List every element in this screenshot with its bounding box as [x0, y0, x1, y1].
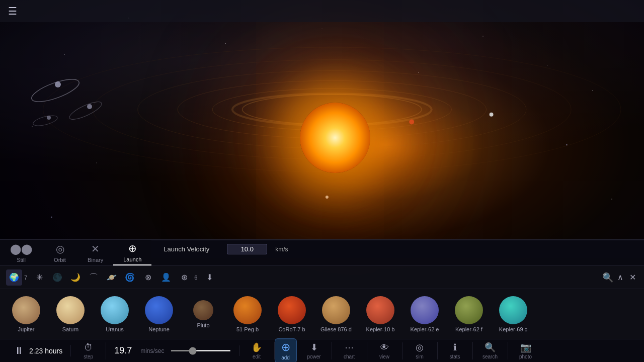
- filter-collapse-icon[interactable]: ∧: [615, 270, 625, 284]
- mode-tab-orbit[interactable]: ◎ Orbit: [42, 240, 77, 265]
- add-icon: ⊕: [281, 341, 290, 354]
- top-bar: ☰: [0, 0, 644, 22]
- filter-moon-icon[interactable]: 🌙: [67, 269, 84, 286]
- sim-section[interactable]: ◎ sim: [403, 342, 438, 359]
- velocity-input[interactable]: [227, 244, 267, 254]
- stats-section[interactable]: ℹ stats: [438, 342, 473, 359]
- binary-label: Binary: [88, 257, 103, 263]
- bottom-area: ⬤⬤ Still ◎ Orbit ✕ Binary ⊕ Launch Launc…: [0, 239, 644, 362]
- mode-tab-launch[interactable]: ⊕ Launch: [113, 240, 151, 265]
- planet-item-jupiter[interactable]: Jupiter: [6, 294, 46, 334]
- add-section[interactable]: ⊕ add: [275, 338, 297, 362]
- power-icon: ⬇: [310, 342, 318, 353]
- planet-bubble-kepler69c: [499, 296, 527, 324]
- launch-velocity-bar: Launch Velocity km/s: [151, 240, 644, 258]
- planet-item-saturn[interactable]: Saturn: [50, 294, 91, 334]
- filter-count-6: 6: [194, 275, 197, 281]
- planet-name-kepler62f: Kepler-62 f: [455, 326, 482, 332]
- planet-item-kepler62f[interactable]: Kepler-62 f: [449, 294, 489, 334]
- planet-item-corot7b[interactable]: CoRoT-7 b: [272, 294, 312, 334]
- velocity-unit-label: km/s: [275, 246, 288, 253]
- planet-name-jupiter: Jupiter: [18, 326, 34, 332]
- filter-comet-icon[interactable]: ⌒: [86, 269, 102, 286]
- chart-icon: ⋯: [345, 342, 354, 353]
- still-icon: ⬤⬤: [10, 243, 32, 255]
- stats-label: stats: [449, 354, 460, 359]
- edit-section[interactable]: ✋ edit: [239, 342, 275, 359]
- filter-spiral-icon[interactable]: 🌀: [122, 269, 138, 286]
- planet-name-kepler62e: Kepler-62 e: [411, 326, 439, 332]
- filter-atom-icon[interactable]: ⊛: [176, 269, 192, 286]
- planet-bubble-kepler62f: [455, 296, 483, 324]
- filter-close-icon[interactable]: ✕: [627, 270, 638, 284]
- edit-icon: ✋: [251, 342, 262, 353]
- planet-name-neptune: Neptune: [148, 326, 170, 332]
- mode-tabs: ⬤⬤ Still ◎ Orbit ✕ Binary ⊕ Launch Launc…: [0, 239, 644, 265]
- orbit-label: Orbit: [54, 257, 66, 263]
- edit-label: edit: [253, 354, 261, 359]
- mode-tab-binary[interactable]: ✕ Binary: [77, 240, 113, 265]
- sim-label: sim: [416, 354, 424, 359]
- planet-item-kepler62e[interactable]: Kepler-62 e: [405, 294, 445, 334]
- power-section[interactable]: ⬇ power: [297, 342, 332, 359]
- view-section[interactable]: 👁 view: [367, 342, 403, 359]
- step-label: step: [84, 354, 93, 359]
- planet-name-uranus: Uranus: [106, 326, 123, 332]
- planet-bubble-uranus: [101, 296, 129, 324]
- planet-name-gliese876d: Gliese 876 d: [320, 326, 352, 332]
- search-label: search: [482, 354, 498, 359]
- step-section[interactable]: ⏱ step: [71, 342, 106, 359]
- speed-value: 19.7: [114, 345, 134, 356]
- search-section[interactable]: 🔍 search: [473, 342, 508, 359]
- still-label: Still: [17, 257, 26, 263]
- planet-item-pluto[interactable]: Pluto: [183, 298, 223, 330]
- planet-bubble-corot7b: [278, 296, 306, 324]
- filter-ring-icon[interactable]: ⊗: [140, 269, 156, 286]
- planet-bubble-gliese876d: [322, 296, 350, 324]
- search-icon: 🔍: [485, 342, 496, 353]
- planet-name-pluto: Pluto: [197, 322, 209, 328]
- pause-section: ⏸ 2.23 hours: [6, 345, 71, 356]
- power-label: power: [307, 354, 320, 359]
- chart-section[interactable]: ⋯ chart: [332, 342, 367, 359]
- speed-slider[interactable]: [171, 350, 231, 351]
- photo-label: photo: [519, 354, 532, 359]
- planet-name-saturn: Saturn: [62, 326, 78, 332]
- planet-item-kepler10b[interactable]: Kepler-10 b: [360, 294, 400, 334]
- filter-all-icon[interactable]: 🌍: [6, 269, 22, 286]
- launch-icon: ⊕: [128, 242, 137, 254]
- filter-drop-icon[interactable]: ⬇: [201, 269, 217, 286]
- planet-item-kepler69c[interactable]: Kepler-69 c: [493, 294, 533, 334]
- status-bar: ⏸ 2.23 hours ⏱ step 19.7 mins/sec ✋ edit…: [0, 339, 644, 362]
- filter-rocky-icon[interactable]: 🌑: [49, 269, 65, 286]
- speed-section: 19.7 mins/sec: [106, 345, 239, 356]
- filter-count-7: 7: [24, 275, 27, 281]
- planet-item-uranus[interactable]: Uranus: [95, 294, 135, 334]
- filter-person-icon[interactable]: 👤: [158, 269, 174, 286]
- planet-name-corot7b: CoRoT-7 b: [278, 326, 305, 332]
- pause-button[interactable]: ⏸: [14, 345, 24, 356]
- planet-item-neptune[interactable]: Neptune: [139, 294, 179, 334]
- time-value: 2.23 hours: [29, 347, 62, 355]
- planet-name-kepler69c: Kepler-69 c: [499, 326, 527, 332]
- hamburger-menu-icon[interactable]: ☰: [8, 5, 17, 17]
- planet-item-gliese876d[interactable]: Gliese 876 d: [316, 294, 356, 334]
- planet-bubble-neptune: [145, 296, 173, 324]
- photo-icon: 📷: [520, 342, 531, 353]
- filter-search-icon[interactable]: 🔍: [602, 272, 613, 283]
- view-icon: 👁: [380, 342, 389, 353]
- time-display: 2.23 hours: [29, 347, 62, 355]
- filter-gas-icon[interactable]: 🪐: [104, 269, 120, 286]
- planet-carousel[interactable]: Jupiter Saturn Uranus Neptune Pluto 51 P…: [0, 289, 644, 339]
- launch-velocity-label: Launch Velocity: [164, 245, 219, 253]
- mode-tab-still[interactable]: ⬤⬤ Still: [0, 240, 42, 265]
- filter-star-icon[interactable]: ✳: [31, 269, 47, 286]
- planet-item-51pegb[interactable]: 51 Peg b: [227, 294, 268, 334]
- stats-icon: ℹ: [453, 342, 457, 353]
- planet-bubble-51pegb: [233, 296, 262, 324]
- planet-bubble-kepler62e: [411, 296, 439, 324]
- speed-unit: mins/sec: [140, 347, 164, 354]
- orbit-icon: ◎: [56, 243, 64, 255]
- planet-bubble-jupiter: [12, 296, 40, 324]
- photo-section[interactable]: 📷 photo: [508, 342, 543, 359]
